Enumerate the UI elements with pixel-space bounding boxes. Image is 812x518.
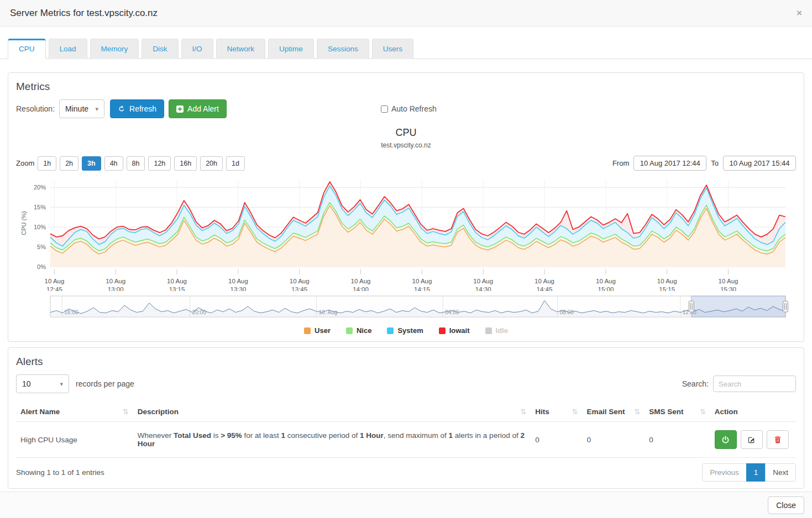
- cpu-chart-svg[interactable]: 10 Aug12:4510 Aug13:0010 Aug13:1510 Aug1…: [16, 174, 790, 291]
- auto-refresh-control: Auto Refresh: [381, 104, 437, 113]
- tab-memory[interactable]: Memory: [90, 39, 139, 59]
- toggle-alert-button[interactable]: [715, 430, 737, 449]
- tab-io[interactable]: I/O: [181, 39, 213, 59]
- resolution-value: Minute: [65, 104, 88, 113]
- pagination-page-1[interactable]: 1: [746, 463, 766, 482]
- zoom-preset-4h[interactable]: 4h: [104, 156, 123, 171]
- close-button[interactable]: Close: [768, 496, 804, 514]
- svg-text:5%: 5%: [37, 244, 46, 250]
- svg-text:20%: 20%: [34, 184, 46, 191]
- column-header-email-sent[interactable]: Email Sent⇅: [582, 402, 645, 422]
- refresh-label: Refresh: [129, 104, 156, 113]
- refresh-button[interactable]: Refresh: [110, 99, 164, 118]
- zoom-preset-8h[interactable]: 8h: [127, 156, 145, 171]
- svg-text:10 Aug14:45: 10 Aug14:45: [535, 278, 554, 291]
- search-label: Search:: [682, 379, 709, 388]
- search-input[interactable]: [713, 376, 796, 392]
- legend-item-idle[interactable]: Idle: [485, 326, 508, 335]
- column-label: Description: [138, 408, 179, 416]
- search-wrap: Search:: [682, 376, 796, 392]
- resolution-select[interactable]: Minute ▾: [59, 99, 104, 118]
- legend-item-user[interactable]: User: [304, 326, 331, 335]
- zoom-row: Zoom 1h2h3h4h8h12h16h20h1d From To: [16, 156, 796, 171]
- legend-swatch-icon: [439, 327, 446, 334]
- legend-label: User: [315, 326, 331, 335]
- legend-item-iowait[interactable]: Iowait: [439, 326, 470, 335]
- svg-text:CPU (%): CPU (%): [20, 211, 27, 235]
- legend-item-nice[interactable]: Nice: [346, 326, 371, 335]
- sms-sent-cell: 0: [645, 422, 710, 458]
- auto-refresh-checkbox[interactable]: [381, 105, 388, 113]
- column-label: Action: [715, 408, 738, 416]
- chart-subtitle: test.vpscity.co.nz: [16, 141, 796, 149]
- zoom-preset-1d[interactable]: 1d: [226, 156, 245, 171]
- chevron-down-icon: ▾: [60, 380, 63, 388]
- showing-entries-text: Showing 1 to 1 of 1 entries: [16, 468, 104, 477]
- svg-text:10 Aug12:45: 10 Aug12:45: [45, 278, 65, 291]
- delete-alert-button[interactable]: [767, 430, 789, 449]
- edit-icon: [747, 436, 756, 444]
- column-label: Email Sent: [586, 408, 625, 416]
- zoom-preset-16h[interactable]: 16h: [174, 156, 197, 171]
- zoom-preset-3h[interactable]: 3h: [82, 156, 101, 171]
- description-part: 1 Hour: [360, 431, 384, 440]
- zoom-label: Zoom: [16, 159, 34, 167]
- tab-load[interactable]: Load: [49, 39, 87, 59]
- tab-uptime[interactable]: Uptime: [268, 39, 314, 59]
- alerts-table-header-row: Alert Name⇅Description⇅Hits⇅Email Sent⇅S…: [16, 402, 796, 422]
- tab-users[interactable]: Users: [372, 39, 413, 59]
- alerts-panel: Alerts 10 ▾ records per page Search: Ale…: [8, 347, 804, 489]
- resolution-label: Resolution:: [16, 104, 55, 113]
- chevron-down-icon: ▾: [96, 105, 99, 113]
- description-part: alerts in a period of: [453, 431, 520, 440]
- to-input[interactable]: [723, 156, 796, 171]
- column-header-alert-name[interactable]: Alert Name⇅: [16, 402, 133, 422]
- legend-swatch-icon: [485, 327, 492, 334]
- tab-disk[interactable]: Disk: [142, 39, 178, 59]
- chart-legend: UserNiceSystemIowaitIdle: [16, 326, 796, 335]
- tab-cpu[interactable]: CPU: [8, 39, 46, 59]
- legend-label: Idle: [496, 326, 508, 335]
- pagination-previous[interactable]: Previous: [702, 463, 747, 482]
- column-header-sms-sent[interactable]: SMS Sent⇅: [645, 402, 710, 422]
- svg-text:15%: 15%: [34, 204, 46, 210]
- from-input[interactable]: [633, 156, 706, 171]
- description-part: Total Used: [174, 431, 211, 440]
- column-header-hits[interactable]: Hits⇅: [531, 402, 582, 422]
- sort-icon: ⇅: [572, 408, 578, 416]
- pagination-next[interactable]: Next: [765, 463, 796, 482]
- column-header-action: Action: [710, 402, 796, 422]
- zoom-preset-2h[interactable]: 2h: [60, 156, 78, 171]
- zoom-buttons: 1h2h3h4h8h12h16h20h1d: [34, 156, 245, 171]
- pagination: Previous 1 Next: [703, 463, 796, 482]
- svg-text:10 Aug14:00: 10 Aug14:00: [351, 278, 371, 291]
- from-label: From: [612, 159, 629, 167]
- zoom-preset-1h[interactable]: 1h: [38, 156, 56, 171]
- table-footer: Showing 1 to 1 of 1 entries Previous 1 N…: [16, 463, 796, 482]
- edit-alert-button[interactable]: [741, 430, 763, 449]
- description-part: 1: [449, 431, 453, 440]
- page-size-select[interactable]: 10 ▾: [16, 374, 69, 393]
- add-alert-label: Add Alert: [187, 104, 219, 113]
- zoom-preset-20h[interactable]: 20h: [200, 156, 223, 171]
- tab-network[interactable]: Network: [216, 39, 266, 59]
- description-part: , send maximum of: [384, 431, 449, 440]
- close-icon[interactable]: ×: [797, 8, 802, 18]
- metrics-controls: Resolution: Minute ▾ Refresh Add Alert A…: [16, 99, 796, 118]
- modal-title: Server Metrics for test.vpscity.co.nz: [10, 8, 158, 19]
- add-alert-button[interactable]: Add Alert: [169, 99, 227, 118]
- alerts-table-body: High CPU UsageWhenever Total Used is > 9…: [16, 422, 796, 458]
- column-header-description[interactable]: Description⇅: [133, 402, 531, 422]
- tab-sessions[interactable]: Sessions: [317, 39, 369, 59]
- svg-text:10 Aug14:30: 10 Aug14:30: [473, 278, 493, 291]
- power-icon: [721, 436, 730, 444]
- svg-text:10 Aug13:45: 10 Aug13:45: [290, 278, 310, 291]
- action-cell-wrap: [710, 422, 796, 458]
- metrics-heading: Metrics: [16, 81, 796, 93]
- zoom-preset-12h[interactable]: 12h: [148, 156, 171, 171]
- legend-item-system[interactable]: System: [387, 326, 423, 335]
- tab-bar: CPULoadMemoryDiskI/ONetworkUptimeSession…: [0, 27, 812, 59]
- modal-header: Server Metrics for test.vpscity.co.nz ×: [0, 0, 812, 27]
- navigator-svg[interactable]: 16:0020:0010. Aug04:0008:0012:00: [16, 294, 790, 321]
- trash-icon: [774, 436, 782, 443]
